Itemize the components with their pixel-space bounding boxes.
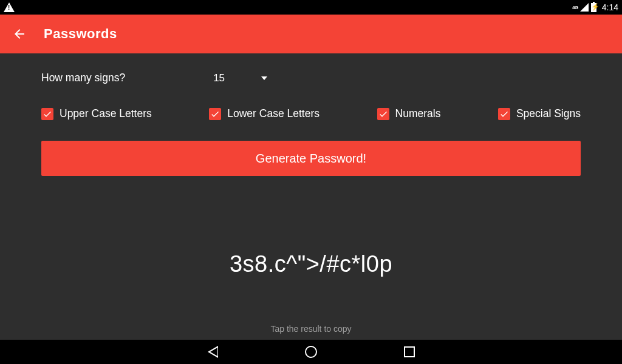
check-icon bbox=[41, 108, 53, 120]
check-icon bbox=[209, 108, 221, 120]
checkbox-label: Upper Case Letters bbox=[60, 107, 152, 120]
checkbox-label: Lower Case Letters bbox=[227, 107, 320, 120]
app-bar: Passwords bbox=[0, 15, 622, 53]
network-type: 4G bbox=[572, 5, 578, 10]
nav-bar bbox=[0, 340, 622, 364]
battery-icon bbox=[591, 3, 596, 12]
checkbox-lower[interactable]: Lower Case Letters bbox=[209, 107, 320, 120]
signs-row: How many signs? 15 bbox=[41, 72, 581, 84]
nav-back-button[interactable] bbox=[206, 345, 219, 359]
checkbox-upper[interactable]: Upper Case Letters bbox=[41, 107, 152, 120]
nav-recent-button[interactable] bbox=[403, 345, 416, 359]
checkbox-label: Special Signs bbox=[516, 107, 581, 120]
nav-home-button[interactable] bbox=[304, 345, 318, 359]
options-row: Upper Case Letters Lower Case Letters Nu… bbox=[41, 107, 581, 120]
signs-value: 15 bbox=[213, 72, 225, 84]
clock: 4:14 bbox=[602, 2, 618, 12]
generate-button[interactable]: Generate Password! bbox=[41, 141, 581, 176]
back-button[interactable] bbox=[12, 27, 27, 41]
signs-label: How many signs? bbox=[41, 72, 125, 84]
page-title: Passwords bbox=[44, 26, 117, 42]
warning-icon bbox=[4, 2, 15, 12]
status-left bbox=[4, 2, 15, 12]
password-result[interactable]: 3s8.c^">/#c*l0p bbox=[41, 251, 581, 277]
status-right: 4G 4:14 bbox=[572, 2, 618, 12]
status-bar: 4G 4:14 bbox=[0, 0, 622, 15]
signs-select[interactable]: 15 bbox=[213, 72, 267, 84]
content: How many signs? 15 Upper Case Letters Lo… bbox=[0, 53, 622, 340]
checkbox-label: Numerals bbox=[395, 107, 441, 120]
checkbox-special[interactable]: Special Signs bbox=[498, 107, 581, 120]
check-icon bbox=[377, 108, 389, 120]
signal-icon bbox=[580, 3, 589, 12]
chevron-down-icon bbox=[261, 76, 267, 80]
copy-hint: Tap the result to copy bbox=[0, 324, 622, 334]
check-icon bbox=[498, 108, 510, 120]
checkbox-numerals[interactable]: Numerals bbox=[377, 107, 441, 120]
